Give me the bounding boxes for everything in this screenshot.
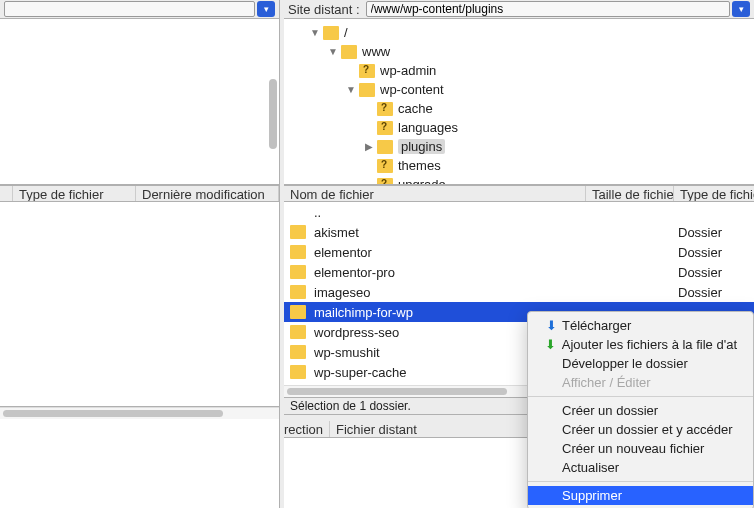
menu-new-file[interactable]: Créer un nouveau fichier	[528, 439, 753, 458]
local-col-type[interactable]: Type de fichier	[13, 186, 136, 201]
folder-icon	[341, 45, 357, 59]
file-type: Dossier	[674, 245, 754, 260]
folder-icon	[377, 159, 393, 173]
menu-create-folder[interactable]: Créer un dossier	[528, 401, 753, 420]
disclosure-icon[interactable]: ▼	[328, 46, 338, 57]
tree-item[interactable]: ▼/	[284, 23, 754, 42]
menu-delete[interactable]: Supprimer	[528, 486, 753, 505]
file-row[interactable]: akismetDossier	[284, 222, 754, 242]
folder-icon	[290, 305, 306, 319]
tree-item-label: upgrade	[398, 177, 446, 185]
folder-icon	[290, 265, 306, 279]
tree-item[interactable]: cache	[284, 99, 754, 118]
menu-download[interactable]: ⬇Télécharger	[528, 316, 753, 335]
local-path-dropdown[interactable]: ▾	[257, 1, 275, 17]
remote-col-type[interactable]: Type de fichie	[674, 186, 754, 201]
folder-icon	[377, 121, 393, 135]
remote-site-label: Site distant :	[288, 2, 360, 17]
remote-columns-header: Nom de fichier Taille de fichie Type de …	[284, 185, 754, 202]
local-topbar: ▾	[0, 0, 279, 19]
tree-item-label: wp-admin	[380, 63, 436, 78]
file-type: Dossier	[674, 225, 754, 240]
tree-item[interactable]: themes	[284, 156, 754, 175]
file-name: akismet	[314, 225, 674, 240]
folder-icon	[290, 285, 306, 299]
remote-tree[interactable]: ▼/▼wwwwp-admin▼wp-contentcachelanguages▶…	[284, 19, 754, 185]
menu-expand-folder[interactable]: Développer le dossier	[528, 354, 753, 373]
tree-item-label: /	[344, 25, 348, 40]
tree-item[interactable]: upgrade	[284, 175, 754, 185]
local-hscroll[interactable]	[0, 407, 279, 419]
remote-topbar: Site distant : ▾	[284, 0, 754, 19]
file-row[interactable]: ..	[284, 202, 754, 222]
tree-item[interactable]: ▶plugins	[284, 137, 754, 156]
remote-col-name[interactable]: Nom de fichier	[284, 186, 586, 201]
menu-add-queue[interactable]: ⬇Ajouter les fichiers à la file d'at	[528, 335, 753, 354]
folder-icon	[377, 102, 393, 116]
file-name: ..	[314, 205, 674, 220]
disclosure-icon[interactable]: ▶	[364, 141, 374, 152]
queue-col-remote[interactable]: Fichier distant	[330, 421, 540, 437]
queue-col-direction[interactable]: rection	[284, 421, 330, 437]
disclosure-icon[interactable]: ▼	[310, 27, 320, 38]
folder-icon	[290, 325, 306, 339]
file-type: Dossier	[674, 285, 754, 300]
remote-path-dropdown[interactable]: ▾	[732, 1, 750, 17]
folder-icon	[323, 26, 339, 40]
add-queue-icon: ⬇	[544, 337, 558, 352]
local-file-list[interactable]	[0, 202, 279, 407]
local-tree-scrollbar[interactable]	[269, 79, 277, 149]
local-tree-area[interactable]	[0, 19, 279, 185]
remote-col-size[interactable]: Taille de fichie	[586, 186, 674, 201]
tree-item[interactable]: ▼www	[284, 42, 754, 61]
tree-item[interactable]: languages	[284, 118, 754, 137]
file-row[interactable]: elementor-proDossier	[284, 262, 754, 282]
local-col-modified[interactable]: Dernière modification	[136, 186, 279, 201]
folder-icon	[359, 64, 375, 78]
tree-item-label: themes	[398, 158, 441, 173]
folder-icon	[290, 245, 306, 259]
file-name: imageseo	[314, 285, 674, 300]
file-name: elementor	[314, 245, 674, 260]
folder-icon	[359, 83, 375, 97]
disclosure-icon[interactable]: ▼	[346, 84, 356, 95]
tree-item-label: plugins	[398, 139, 445, 154]
tree-item[interactable]: wp-admin	[284, 61, 754, 80]
folder-icon	[377, 140, 393, 154]
menu-separator	[528, 396, 753, 397]
tree-item[interactable]: ▼wp-content	[284, 80, 754, 99]
tree-item-label: languages	[398, 120, 458, 135]
remote-path-input[interactable]	[366, 1, 730, 17]
tree-item-label: www	[362, 44, 390, 59]
folder-icon	[290, 225, 306, 239]
file-row[interactable]: imageseoDossier	[284, 282, 754, 302]
download-icon: ⬇	[544, 318, 558, 333]
local-path-input[interactable]	[4, 1, 255, 17]
folder-icon	[377, 178, 393, 186]
menu-refresh[interactable]: Actualiser	[528, 458, 753, 477]
file-name: elementor-pro	[314, 265, 674, 280]
local-col-spacer[interactable]	[0, 186, 13, 201]
folder-icon	[290, 345, 306, 359]
context-menu: ⬇Télécharger ⬇Ajouter les fichiers à la …	[527, 311, 754, 508]
menu-create-folder-enter[interactable]: Créer un dossier et y accéder	[528, 420, 753, 439]
file-row[interactable]: elementorDossier	[284, 242, 754, 262]
tree-item-label: wp-content	[380, 82, 444, 97]
tree-item-label: cache	[398, 101, 433, 116]
local-columns-header: Type de fichier Dernière modification	[0, 185, 279, 202]
folder-icon	[290, 365, 306, 379]
menu-separator	[528, 481, 753, 482]
local-pane: ▾ Type de fichier Dernière modification	[0, 0, 280, 508]
file-type: Dossier	[674, 265, 754, 280]
menu-view-edit: Afficher / Éditer	[528, 373, 753, 392]
